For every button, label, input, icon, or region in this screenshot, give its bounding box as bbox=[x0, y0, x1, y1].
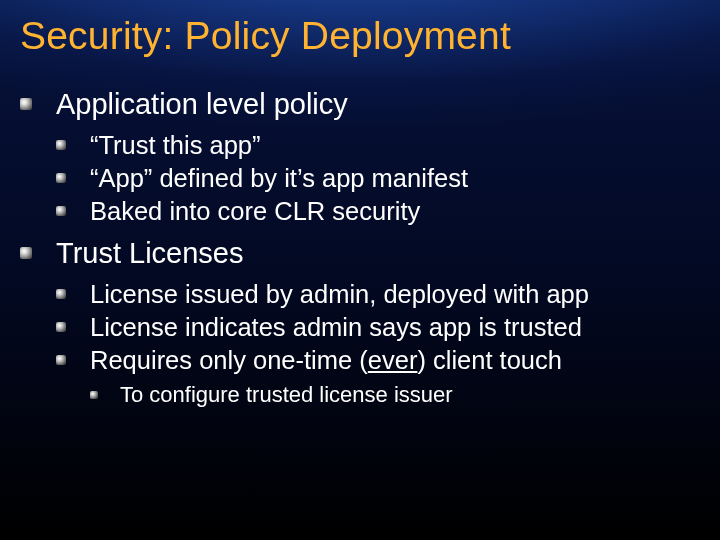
bullet-l1-text: Application level policy bbox=[56, 88, 348, 120]
bullet-l3-text: To configure trusted license issuer bbox=[120, 382, 453, 407]
bullet-l2-text: License issued by admin, deployed with a… bbox=[90, 280, 589, 308]
bullet-l2-item: Requires only one-time (ever) client tou… bbox=[56, 344, 700, 410]
bullet-l1-trust-licenses: Trust Licenses License issued by admin, … bbox=[20, 235, 700, 410]
bullet-l2-text-pre: Requires only one-time ( bbox=[90, 346, 368, 374]
bullet-l2-text: License indicates admin says app is trus… bbox=[90, 313, 582, 341]
bullet-l2-text: Baked into core CLR security bbox=[90, 197, 420, 225]
bullet-l2-item: License issued by admin, deployed with a… bbox=[56, 278, 700, 311]
bullet-l2-text: “App” defined by it’s app manifest bbox=[90, 164, 468, 192]
bullet-l3-item: To configure trusted license issuer bbox=[90, 381, 700, 410]
bullet-list-level1: Application level policy “Trust this app… bbox=[20, 86, 700, 410]
bullet-l2-item: “Trust this app” bbox=[56, 129, 700, 162]
bullet-l2-text: “Trust this app” bbox=[90, 131, 261, 159]
bullet-list-level3: To configure trusted license issuer bbox=[90, 381, 700, 410]
slide-title: Security: Policy Deployment bbox=[20, 14, 700, 58]
bullet-l2-item: License indicates admin says app is trus… bbox=[56, 311, 700, 344]
bullet-l2-item: “App” defined by it’s app manifest bbox=[56, 162, 700, 195]
bullet-l1-text: Trust Licenses bbox=[56, 237, 244, 269]
bullet-l2-text-post: ) client touch bbox=[417, 346, 562, 374]
bullet-list-level2: “Trust this app” “App” defined by it’s a… bbox=[56, 129, 700, 228]
bullet-list-level2: License issued by admin, deployed with a… bbox=[56, 278, 700, 410]
bullet-l2-text-underlined: ever bbox=[368, 346, 418, 374]
bullet-l2-item: Baked into core CLR security bbox=[56, 195, 700, 228]
bullet-l1-application-policy: Application level policy “Trust this app… bbox=[20, 86, 700, 229]
slide: Security: Policy Deployment Application … bbox=[0, 0, 720, 540]
